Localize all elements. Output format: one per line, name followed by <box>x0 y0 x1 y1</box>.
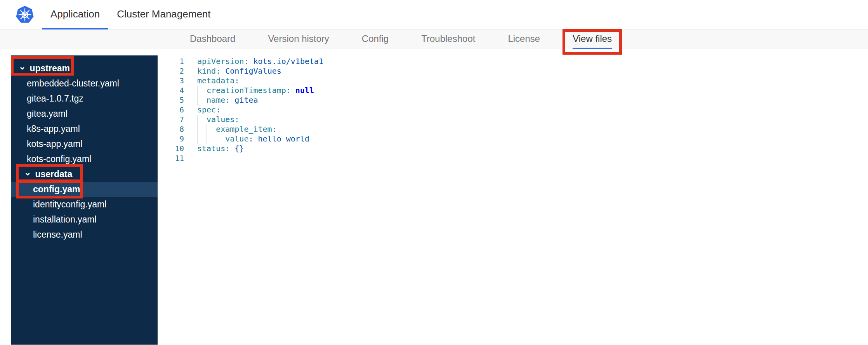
chevron-down-icon: ⌄ <box>24 168 31 177</box>
indent-guide <box>197 95 207 105</box>
file-label: gitea-1.0.7.tgz <box>27 93 83 104</box>
tab-config-label: Config <box>362 33 389 44</box>
file-config-yaml[interactable]: config.yaml <box>11 182 158 197</box>
code-line: 3metadata: <box>165 76 868 86</box>
folder-userdata-label: userdata <box>35 169 72 179</box>
indent-guide <box>197 134 207 144</box>
code-lines: 1apiVersion: kots.io/v1beta12kind: Confi… <box>165 57 868 163</box>
tab-license-label: License <box>508 33 540 44</box>
tab-dashboard[interactable]: Dashboard <box>190 30 235 49</box>
tab-view-files-label: View files <box>573 33 612 44</box>
app-nav: Dashboard Version history Config Trouble… <box>0 30 868 49</box>
line-number: 11 <box>165 154 184 163</box>
code-line: 7values: <box>165 115 868 124</box>
line-number: 2 <box>165 66 184 76</box>
line-number: 7 <box>165 115 184 124</box>
indent-guide <box>207 124 216 134</box>
tab-version-history-label: Version history <box>268 33 329 44</box>
tab-config[interactable]: Config <box>362 30 389 49</box>
file-kots-config-yaml[interactable]: kots-config.yaml <box>11 152 158 167</box>
tab-troubleshoot[interactable]: Troubleshoot <box>421 30 475 49</box>
file-label: kots-app.yaml <box>27 139 82 149</box>
tab-application[interactable]: Application <box>42 0 108 29</box>
code-line: 11 <box>165 154 868 163</box>
tab-version-history[interactable]: Version history <box>268 30 329 49</box>
file-gitea-yaml[interactable]: gitea.yaml <box>11 106 158 121</box>
file-label: identityconfig.yaml <box>33 199 106 210</box>
file-label: kots-config.yaml <box>27 154 91 164</box>
code-editor[interactable]: 1apiVersion: kots.io/v1beta12kind: Confi… <box>158 55 868 345</box>
code-line: 2kind: ConfigValues <box>165 66 868 76</box>
primary-nav: Application Cluster Management <box>42 0 219 29</box>
file-k8s-app-yaml[interactable]: k8s-app.yaml <box>11 121 158 136</box>
indent-guide <box>216 134 225 144</box>
code-line: 10status: {} <box>165 144 868 154</box>
line-number: 5 <box>165 95 184 105</box>
line-number: 9 <box>165 134 184 144</box>
indent-guide <box>197 86 207 95</box>
line-number: 1 <box>165 57 184 66</box>
code-line: 6spec: <box>165 105 868 115</box>
code-line: 9value: hello world <box>165 134 868 144</box>
kots-admin-console: Application Cluster Management Dashboard… <box>0 0 868 345</box>
file-label: gitea.yaml <box>27 109 68 119</box>
tab-license[interactable]: License <box>508 30 540 49</box>
indent-guide <box>197 115 207 124</box>
tab-cluster-management[interactable]: Cluster Management <box>108 0 219 29</box>
tab-view-files[interactable]: View files <box>573 30 612 49</box>
file-tree-sidebar: ⌄ upstream embedded-cluster.yaml gitea-1… <box>11 55 158 345</box>
file-installation-yaml[interactable]: installation.yaml <box>11 212 158 227</box>
file-label: installation.yaml <box>33 214 97 225</box>
line-number: 8 <box>165 124 184 134</box>
folder-userdata[interactable]: ⌄ userdata <box>11 167 158 182</box>
indent-guide <box>197 124 207 134</box>
folder-upstream-label: upstream <box>30 63 70 74</box>
line-number: 4 <box>165 86 184 95</box>
folder-upstream[interactable]: ⌄ upstream <box>11 61 158 76</box>
file-label: k8s-app.yaml <box>27 124 80 134</box>
chevron-down-icon: ⌄ <box>19 62 26 71</box>
kubernetes-logo-icon <box>16 5 34 24</box>
tab-troubleshoot-label: Troubleshoot <box>421 33 475 44</box>
file-label: config.yaml <box>33 184 83 195</box>
file-embedded-cluster-yaml[interactable]: embedded-cluster.yaml <box>11 76 158 91</box>
line-number: 6 <box>165 105 184 115</box>
code-line: 5name: gitea <box>165 95 868 105</box>
file-gitea-tgz[interactable]: gitea-1.0.7.tgz <box>11 91 158 106</box>
line-number: 10 <box>165 144 184 154</box>
code-line: 4creationTimestamp: null <box>165 86 868 95</box>
file-label: license.yaml <box>33 229 82 240</box>
indent-guide <box>207 134 216 144</box>
code-line: 8example_item: <box>165 124 868 134</box>
tab-cluster-management-label: Cluster Management <box>117 8 210 20</box>
line-number: 3 <box>165 76 184 86</box>
tab-dashboard-label: Dashboard <box>190 33 235 44</box>
tab-application-label: Application <box>50 8 100 20</box>
view-files-page: ⌄ upstream embedded-cluster.yaml gitea-1… <box>11 55 868 345</box>
file-license-yaml[interactable]: license.yaml <box>11 227 158 242</box>
file-label: embedded-cluster.yaml <box>27 78 119 89</box>
file-identityconfig-yaml[interactable]: identityconfig.yaml <box>11 197 158 212</box>
top-header: Application Cluster Management <box>0 0 868 30</box>
file-kots-app-yaml[interactable]: kots-app.yaml <box>11 136 158 152</box>
code-line: 1apiVersion: kots.io/v1beta1 <box>165 57 868 66</box>
